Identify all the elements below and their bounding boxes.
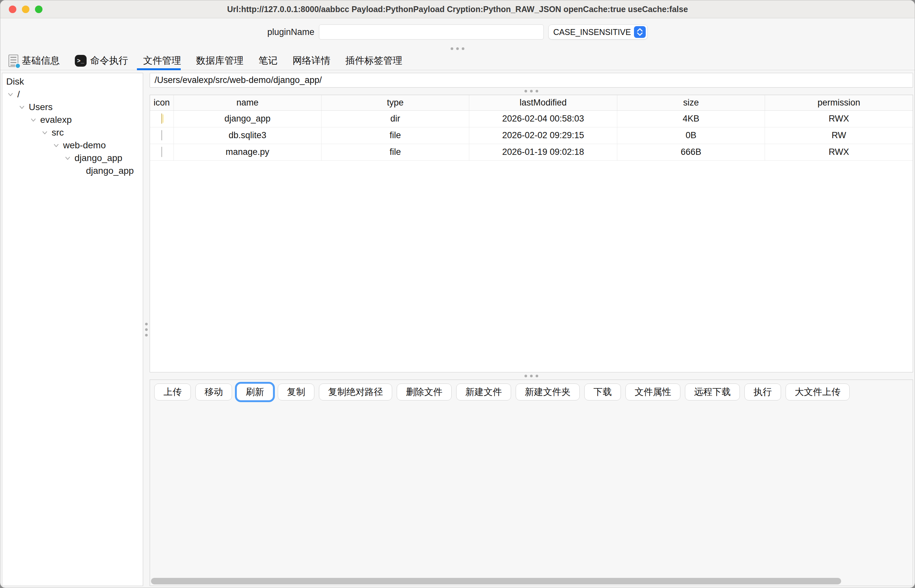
tab-label: 笔记 bbox=[259, 54, 278, 67]
plugin-bar: pluginName CASE_INSENSITIVE bbox=[0, 18, 915, 46]
file-table: icon name type lastModified size permiss… bbox=[150, 95, 913, 161]
table-header-row: icon name type lastModified size permiss… bbox=[150, 95, 913, 110]
tab-label: 文件管理 bbox=[143, 54, 181, 67]
new-file-button[interactable]: 新建文件 bbox=[456, 383, 511, 401]
tree-node-users[interactable]: Users bbox=[2, 101, 143, 113]
download-button[interactable]: 下载 bbox=[584, 383, 621, 401]
tree-node-label: / bbox=[17, 89, 20, 100]
tab-label: 插件标签管理 bbox=[345, 54, 402, 67]
table-actions-splitter[interactable] bbox=[150, 372, 913, 380]
chevron-down-icon[interactable] bbox=[52, 141, 60, 150]
plugin-name-label: pluginName bbox=[267, 27, 314, 37]
close-window-button[interactable] bbox=[9, 6, 16, 13]
column-header-type: type bbox=[321, 95, 469, 110]
tree-node-django-app-child[interactable]: django_app bbox=[2, 164, 143, 177]
cell-type: file bbox=[321, 127, 469, 144]
cell-permission: RWX bbox=[765, 110, 913, 127]
copy-button[interactable]: 复制 bbox=[278, 383, 314, 401]
tab-basic-info[interactable]: 基础信息 bbox=[1, 52, 67, 70]
window-title: Url:http://127.0.0.1:8000/aabbcc Payload… bbox=[227, 5, 688, 14]
tab-label: 数据库管理 bbox=[196, 54, 244, 67]
cell-name: db.sqlite3 bbox=[173, 127, 321, 144]
column-header-size: size bbox=[617, 95, 765, 110]
current-path-field[interactable] bbox=[150, 73, 913, 87]
tab-file-manager[interactable]: 文件管理 bbox=[136, 52, 189, 70]
tree-node-label: django_app bbox=[74, 153, 122, 163]
upload-button[interactable]: 上传 bbox=[154, 383, 191, 401]
delete-file-button[interactable]: 删除文件 bbox=[397, 383, 452, 401]
refresh-button[interactable]: 刷新 bbox=[237, 383, 273, 401]
cell-lastmodified: 2026-02-04 00:58:03 bbox=[469, 110, 617, 127]
horizontal-scrollbar[interactable] bbox=[151, 578, 912, 585]
cell-lastmodified: 2026-01-19 09:02:18 bbox=[469, 144, 617, 160]
remote-download-button[interactable]: 远程下载 bbox=[685, 383, 740, 401]
column-header-permission: permission bbox=[765, 95, 913, 110]
actions-panel: 上传 移动 刷新 复制 复制绝对路径 删除文件 新建文件 新建文件夹 下载 文件… bbox=[150, 380, 913, 586]
cell-type: file bbox=[321, 144, 469, 160]
tab-notes[interactable]: 笔记 bbox=[251, 52, 285, 70]
cell-lastmodified: 2026-02-02 09:29:15 bbox=[469, 127, 617, 144]
cell-permission: RW bbox=[765, 127, 913, 144]
tab-bar: 基础信息 >_ 命令执行 文件管理 数据库管理 笔记 网络详情 插件标签管理 bbox=[0, 52, 915, 70]
app-window: Url:http://127.0.0.1:8000/aabbcc Payload… bbox=[0, 0, 915, 588]
tab-database[interactable]: 数据库管理 bbox=[189, 52, 251, 70]
file-table-panel: icon name type lastModified size permiss… bbox=[150, 95, 913, 372]
tab-plugin-tags[interactable]: 插件标签管理 bbox=[338, 52, 410, 70]
copy-absolute-path-button[interactable]: 复制绝对路径 bbox=[319, 383, 392, 401]
tree-node-label: src bbox=[52, 128, 64, 138]
cell-size: 4KB bbox=[617, 110, 765, 127]
zoom-window-button[interactable] bbox=[35, 6, 42, 13]
folder-icon bbox=[162, 113, 162, 124]
table-row[interactable]: manage.py file 2026-01-19 09:02:18 666B … bbox=[150, 144, 913, 160]
tab-command-exec[interactable]: >_ 命令执行 bbox=[67, 52, 136, 70]
tab-label: 命令执行 bbox=[90, 54, 128, 67]
minimize-window-button[interactable] bbox=[22, 6, 29, 13]
scrollbar-thumb[interactable] bbox=[151, 578, 841, 585]
traffic-lights bbox=[9, 0, 42, 18]
execute-button[interactable]: 执行 bbox=[744, 383, 781, 401]
file-icon bbox=[162, 147, 162, 157]
file-icon bbox=[162, 130, 162, 141]
file-properties-button[interactable]: 文件属性 bbox=[626, 383, 681, 401]
cell-size: 0B bbox=[617, 127, 765, 144]
tree-node-label: django_app bbox=[86, 166, 134, 176]
column-header-icon: icon bbox=[150, 95, 173, 110]
tree-node-src[interactable]: src bbox=[2, 126, 143, 139]
top-splitter-handle[interactable] bbox=[0, 46, 915, 52]
large-file-upload-button[interactable]: 大文件上传 bbox=[786, 383, 850, 401]
tree-node-label: evalexp bbox=[40, 115, 72, 125]
tree-node-django-app[interactable]: django_app bbox=[2, 152, 143, 164]
content-area: Disk / Users evalexp src web-demo bbox=[0, 70, 915, 588]
cell-type: dir bbox=[321, 110, 469, 127]
column-header-name: name bbox=[173, 95, 321, 110]
tree-root-label: Disk bbox=[2, 75, 143, 88]
case-mode-select[interactable]: CASE_INSENSITIVE bbox=[548, 24, 648, 40]
tree-node-web-demo[interactable]: web-demo bbox=[2, 139, 143, 152]
chevron-down-icon[interactable] bbox=[40, 128, 49, 137]
table-row[interactable]: django_app dir 2026-02-04 00:58:03 4KB R… bbox=[150, 110, 913, 127]
chevron-down-icon[interactable] bbox=[6, 90, 15, 99]
tree-node-root[interactable]: / bbox=[2, 88, 143, 101]
actions-toolbar: 上传 移动 刷新 复制 复制绝对路径 删除文件 新建文件 新建文件夹 下载 文件… bbox=[150, 380, 913, 401]
tab-network-details[interactable]: 网络详情 bbox=[285, 52, 338, 70]
splitter-grip-icon bbox=[145, 323, 148, 336]
tree-node-label: Users bbox=[29, 102, 53, 112]
chevron-down-icon[interactable] bbox=[63, 154, 72, 162]
path-table-splitter[interactable] bbox=[150, 87, 913, 95]
new-folder-button[interactable]: 新建文件夹 bbox=[516, 383, 580, 401]
plugin-name-input[interactable] bbox=[319, 24, 544, 40]
move-button[interactable]: 移动 bbox=[196, 383, 232, 401]
chevron-down-icon[interactable] bbox=[29, 116, 37, 124]
disk-tree-panel: Disk / Users evalexp src web-demo bbox=[2, 73, 143, 586]
chevron-down-icon[interactable] bbox=[18, 103, 26, 111]
table-row[interactable]: db.sqlite3 file 2026-02-02 09:29:15 0B R… bbox=[150, 127, 913, 144]
info-document-icon bbox=[8, 55, 18, 67]
case-mode-value: CASE_INSENSITIVE bbox=[553, 27, 631, 37]
tab-label: 基础信息 bbox=[22, 54, 60, 67]
select-chevrons-icon bbox=[634, 26, 646, 38]
terminal-icon: >_ bbox=[75, 55, 87, 67]
vertical-splitter[interactable] bbox=[143, 73, 150, 586]
tree-node-evalexp[interactable]: evalexp bbox=[2, 113, 143, 126]
cell-name: manage.py bbox=[173, 144, 321, 160]
cell-size: 666B bbox=[617, 144, 765, 160]
